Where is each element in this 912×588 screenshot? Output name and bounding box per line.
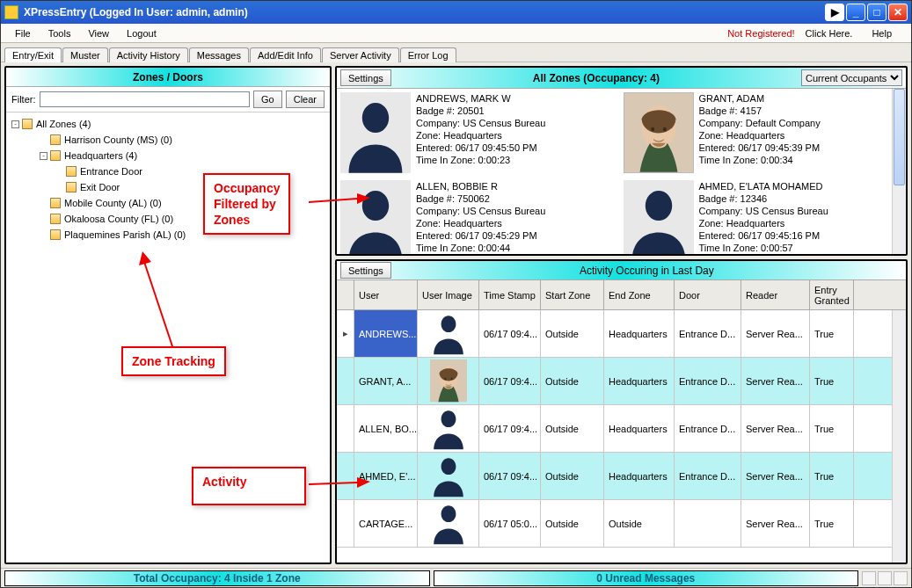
statusbar: Total Occupancy: 4 Inside 1 Zone 0 Unrea… xyxy=(1,568,911,587)
tree-item[interactable]: Okaloosa County (FL) (0) xyxy=(11,211,325,227)
activity-title: Activity Occuring in Last Day xyxy=(391,265,902,277)
occupancy-pane: Settings All Zones (Occupancy: 4) Curren… xyxy=(335,66,908,256)
status-messages: 0 Unread Messages xyxy=(434,570,859,586)
activity-row[interactable]: AHMED, E'...06/17 09:4...OutsideHeadquar… xyxy=(337,453,892,500)
activity-pane: Settings Activity Occuring in Last Day U… xyxy=(335,259,908,564)
not-registered-label: Not Registered! xyxy=(727,28,794,39)
tree-item[interactable]: Exit Door xyxy=(11,179,325,195)
tree-item[interactable]: Plaquemines Parish (AL) (0) xyxy=(11,227,325,243)
tree-item[interactable]: Harrison County (MS) (0) xyxy=(11,132,325,148)
col-entry-granted[interactable]: Entry Granted xyxy=(810,280,854,309)
col-end-zone[interactable]: End Zone xyxy=(604,280,675,309)
go-button[interactable]: Go xyxy=(253,91,282,108)
occupant-card[interactable]: AHMED, E'LATA MOHAMEDBadge #: 12346Compa… xyxy=(624,180,903,254)
menu-file[interactable]: File xyxy=(6,26,40,40)
tab-entry-exit[interactable]: Entry/Exit xyxy=(4,47,62,62)
play-button[interactable]: ▶ xyxy=(825,4,844,21)
user-silhouette-icon xyxy=(340,92,411,173)
svg-point-6 xyxy=(444,378,446,381)
menubar: File Tools View Logout Not Registered! C… xyxy=(1,24,911,43)
activity-row[interactable]: ALLEN, BO...06/17 09:4...OutsideHeadquar… xyxy=(337,405,892,453)
refresh-icon[interactable] xyxy=(878,571,892,585)
maximize-button[interactable]: □ xyxy=(867,4,886,21)
activity-row[interactable]: CARTAGE...06/17 05:0...OutsideOutsideSer… xyxy=(337,500,892,548)
col-start-zone[interactable]: Start Zone xyxy=(541,280,604,309)
tree-item[interactable]: -Headquarters (4) xyxy=(11,148,325,163)
filter-label: Filter: xyxy=(11,94,36,105)
col-reader[interactable]: Reader xyxy=(741,280,810,309)
menu-tools[interactable]: Tools xyxy=(40,26,80,40)
zone-tree: -All Zones (4)Harrison County (MS) (0)-H… xyxy=(6,113,330,563)
minimize-button[interactable]: _ xyxy=(846,4,865,21)
svg-point-2 xyxy=(651,127,654,132)
window-title: XPressEntry (Logged In User: admin, admi… xyxy=(24,6,825,18)
zones-doors-pane: Zones / Doors Filter: Go Clear -All Zone… xyxy=(4,66,332,564)
occupant-card[interactable]: ALLEN, BOBBIE RBadge #: 750062Company: U… xyxy=(340,180,620,254)
activity-scrollbar[interactable] xyxy=(892,310,906,563)
tree-item[interactable]: Entrance Door xyxy=(11,163,325,179)
tree-item[interactable]: Mobile County (AL) (0) xyxy=(11,195,325,211)
occupant-card[interactable]: GRANT, ADAMBadge #: 4157Company: Default… xyxy=(624,92,903,177)
menu-logout[interactable]: Logout xyxy=(118,26,165,40)
app-window: XPressEntry (Logged In User: admin, admi… xyxy=(0,0,912,588)
col-user[interactable]: User xyxy=(354,280,418,309)
occupancy-scrollbar[interactable] xyxy=(892,89,906,254)
col-user-image[interactable]: User Image xyxy=(418,280,479,309)
col-timestamp[interactable]: Time Stamp xyxy=(479,280,541,309)
app-icon xyxy=(4,5,18,19)
click-here-link[interactable]: Click Here. xyxy=(806,28,853,39)
activity-row[interactable]: GRANT, A...06/17 09:4...OutsideHeadquart… xyxy=(337,358,892,405)
activity-settings-button[interactable]: Settings xyxy=(340,262,391,279)
occupancy-settings-button[interactable]: Settings xyxy=(340,69,391,86)
col-door[interactable]: Door xyxy=(675,280,741,309)
tab-messages[interactable]: Messages xyxy=(189,47,249,62)
menu-view[interactable]: View xyxy=(79,26,118,40)
filter-input[interactable] xyxy=(40,91,251,107)
zones-heading: Zones / Doors xyxy=(6,68,330,87)
pause-icon[interactable] xyxy=(894,571,908,585)
occupancy-title: All Zones (Occupancy: 4) xyxy=(391,72,801,84)
occupancy-view-select[interactable]: Current Occupants xyxy=(801,69,902,86)
clock-icon xyxy=(862,571,876,585)
status-occupancy: Total Occupancy: 4 Inside 1 Zone xyxy=(4,570,430,586)
user-silhouette-icon xyxy=(624,180,694,254)
user-photo xyxy=(624,92,694,173)
tab-error-log[interactable]: Error Log xyxy=(400,47,456,62)
close-button[interactable]: ✕ xyxy=(888,4,908,21)
menu-help[interactable]: Help xyxy=(863,26,901,40)
activity-grid-header: User User Image Time Stamp Start Zone En… xyxy=(337,280,906,310)
tab-muster[interactable]: Muster xyxy=(62,47,108,62)
svg-point-3 xyxy=(662,127,666,132)
tabstrip: Entry/Exit Muster Activity History Messa… xyxy=(1,43,911,62)
clear-button[interactable]: Clear xyxy=(286,91,325,108)
tab-add-edit-info[interactable]: Add/Edit Info xyxy=(250,47,321,62)
tab-server-activity[interactable]: Server Activity xyxy=(322,47,399,62)
occupant-card[interactable]: ANDREWS, MARK WBadge #: 20501Company: US… xyxy=(340,92,620,177)
tree-item[interactable]: -All Zones (4) xyxy=(11,116,325,132)
tab-activity-history[interactable]: Activity History xyxy=(109,47,188,62)
user-silhouette-icon xyxy=(340,180,411,254)
activity-row[interactable]: ▸ANDREWS...06/17 09:4...OutsideHeadquart… xyxy=(337,310,892,358)
titlebar: XPressEntry (Logged In User: admin, admi… xyxy=(1,1,911,24)
svg-point-7 xyxy=(450,378,452,381)
